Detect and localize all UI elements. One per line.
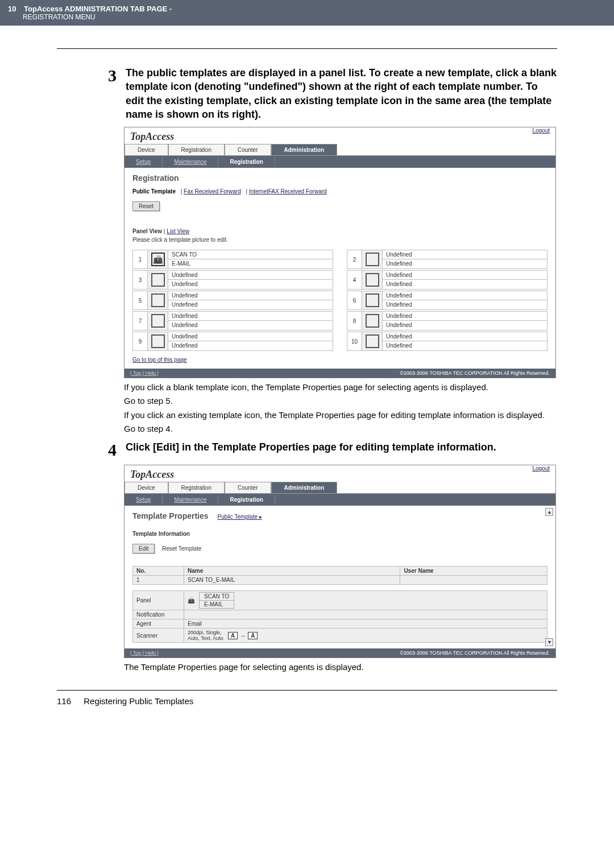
- go-top-link[interactable]: Go to top of this page: [132, 357, 187, 363]
- edit-button[interactable]: Edit: [132, 544, 155, 553]
- section-title: Template Information: [132, 531, 547, 537]
- panel-email: E-MAIL: [200, 601, 234, 608]
- template-label: Undefined: [168, 321, 333, 330]
- template-label: Undefined: [168, 280, 333, 289]
- row-user: [400, 576, 547, 585]
- logout-link[interactable]: Logout: [532, 465, 555, 482]
- row-no: 1: [133, 576, 184, 585]
- step3-text: The public templates are displayed in a …: [126, 66, 557, 121]
- agent-label: Agent: [133, 619, 184, 629]
- page-footer: 116 Registering Public Templates: [57, 696, 557, 706]
- page-title: Template Properties: [132, 511, 209, 520]
- template-label: Undefined: [383, 321, 547, 330]
- subtab-maintenance[interactable]: Maintenance: [163, 495, 218, 505]
- th-name: Name: [184, 567, 400, 576]
- template-label: E-MAIL: [168, 259, 333, 268]
- header-title: TopAccess ADMINISTRATION TAB PAGE -: [24, 5, 172, 13]
- step4-number: 4: [108, 440, 117, 459]
- page-header: 10 TopAccess ADMINISTRATION TAB PAGE - R…: [0, 0, 614, 26]
- tab-administration[interactable]: Administration: [271, 144, 338, 155]
- template-icon-defined[interactable]: 📠: [148, 250, 168, 268]
- subtab-registration[interactable]: Registration: [218, 495, 275, 505]
- breadcrumb[interactable]: Public Template ▸: [218, 514, 262, 520]
- list-view-link[interactable]: List View: [167, 228, 189, 234]
- template-label: Undefined: [383, 312, 547, 321]
- printer-icon: 📠: [188, 597, 194, 604]
- th-user: User Name: [400, 567, 547, 576]
- footer-links[interactable]: | Top | Help |: [130, 650, 159, 656]
- template-icon-blank[interactable]: [362, 271, 383, 289]
- link-ifax-forward[interactable]: InternetFAX Received Forward: [249, 188, 327, 195]
- link-fax-forward[interactable]: Fax Received Forward: [184, 188, 241, 195]
- scroll-up-icon[interactable]: ▴: [545, 508, 553, 516]
- instruction-line: Go to step 5.: [124, 395, 557, 407]
- row-name: SCAN TO_E-MAIL: [184, 576, 400, 585]
- instruction-line: Go to step 4.: [124, 423, 557, 435]
- notification-label: Notification: [133, 610, 184, 619]
- subtab-registration[interactable]: Registration: [218, 157, 275, 167]
- template-label: Undefined: [168, 291, 333, 300]
- template-label: Undefined: [383, 250, 547, 259]
- instruction-line: The Template Properties page for selecti…: [124, 662, 557, 673]
- template-icon-blank[interactable]: [362, 291, 383, 309]
- template-num: 8: [347, 312, 362, 330]
- scanner-value: 200dpi, Single, Auto, Text, Auto: [188, 630, 223, 641]
- copyright: ©2003-2006 TOSHIBA TEC CORPORATION All R…: [400, 370, 550, 376]
- topaccess-logo: TopAccess: [125, 465, 180, 482]
- tab-device[interactable]: Device: [125, 144, 168, 155]
- template-num: 9: [133, 332, 148, 350]
- template-icon-blank[interactable]: [362, 250, 383, 268]
- template-num: 10: [347, 332, 362, 350]
- tab-administration[interactable]: Administration: [271, 482, 338, 493]
- template-icon-blank[interactable]: [362, 312, 383, 330]
- template-icon-blank[interactable]: [148, 312, 168, 330]
- template-num: 5: [133, 291, 148, 309]
- template-label: Undefined: [383, 271, 547, 280]
- step3-number: 3: [108, 66, 117, 121]
- registration-links: Public Template | Fax Received Forward |…: [132, 188, 547, 195]
- agent-value: Email: [184, 619, 547, 629]
- hint-text: Please click a template picture to edit.: [132, 237, 547, 243]
- footer-links[interactable]: | Top | Help |: [130, 370, 159, 376]
- template-num: 2: [347, 250, 362, 268]
- tab-device[interactable]: Device: [125, 482, 168, 493]
- screenshot-registration-panel: TopAccess Logout Device Registration Cou…: [124, 127, 556, 378]
- topaccess-logo: TopAccess: [125, 127, 180, 144]
- reset-button[interactable]: Reset: [132, 201, 160, 211]
- link-public-template[interactable]: Public Template: [132, 188, 176, 195]
- panel-label: Panel: [133, 591, 184, 610]
- notification-value: [184, 610, 547, 619]
- subtab-setup[interactable]: Setup: [125, 495, 163, 505]
- tab-registration[interactable]: Registration: [168, 144, 225, 155]
- tab-counter[interactable]: Counter: [225, 144, 271, 155]
- template-icon-blank[interactable]: [362, 332, 383, 350]
- arrow-icon: →: [240, 633, 246, 639]
- step4-text: Click [Edit] in the Template Properties …: [126, 440, 496, 459]
- tab-registration[interactable]: Registration: [168, 482, 225, 493]
- tab-counter[interactable]: Counter: [225, 482, 271, 493]
- template-label: Undefined: [168, 312, 333, 321]
- template-num: 4: [347, 271, 362, 289]
- template-num: 3: [133, 271, 148, 289]
- template-label: Undefined: [383, 291, 547, 300]
- separator-bottom: [57, 690, 557, 691]
- scroll-down-icon[interactable]: ▾: [545, 638, 553, 646]
- template-label: Undefined: [168, 332, 333, 341]
- template-icon-blank[interactable]: [148, 291, 168, 309]
- template-label: Undefined: [383, 332, 547, 341]
- subtab-maintenance[interactable]: Maintenance: [163, 157, 218, 167]
- template-label: Undefined: [168, 341, 333, 350]
- template-label: Undefined: [383, 259, 547, 268]
- subtab-setup[interactable]: Setup: [125, 157, 163, 167]
- logout-link[interactable]: Logout: [532, 127, 555, 144]
- template-icon-blank[interactable]: [148, 271, 168, 289]
- scanner-label: Scanner: [133, 629, 184, 643]
- template-icon-blank[interactable]: [148, 332, 168, 350]
- template-label: Undefined: [383, 280, 547, 289]
- template-label: Undefined: [383, 300, 547, 309]
- separator-top: [57, 48, 557, 49]
- footer-label: Registering Public Templates: [84, 696, 193, 706]
- template-num: 7: [133, 312, 148, 330]
- panel-view-label: Panel View: [132, 228, 162, 234]
- panel-scan-to: SCAN TO: [200, 593, 234, 601]
